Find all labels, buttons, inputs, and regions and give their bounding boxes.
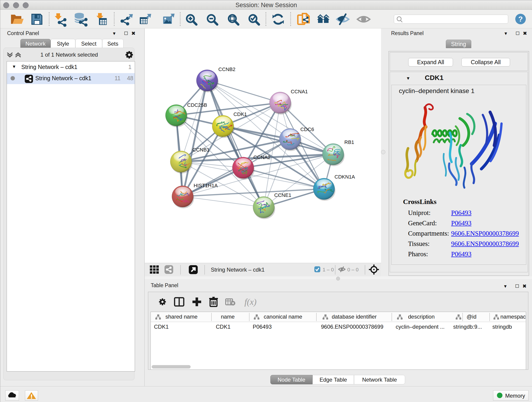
svg-text:RB1: RB1 (344, 139, 354, 145)
svg-text:?: ? (518, 15, 523, 23)
svg-text:CCNE1: CCNE1 (274, 192, 291, 198)
svg-text:CDC25B: CDC25B (187, 102, 207, 108)
svg-text:CCNB1: CCNB1 (192, 147, 210, 153)
svg-text:CCNB2: CCNB2 (218, 66, 235, 72)
svg-text:f(x): f(x) (244, 297, 257, 307)
svg-text:CCNA1: CCNA1 (291, 89, 308, 95)
svg-text:CDK1: CDK1 (234, 111, 247, 117)
svg-text:CDKN1A: CDKN1A (335, 174, 355, 180)
svg-text:CDC6: CDC6 (300, 127, 314, 132)
svg-text:CCNA2: CCNA2 (253, 154, 271, 160)
svg-text:HIST1H1A: HIST1H1A (194, 183, 218, 188)
